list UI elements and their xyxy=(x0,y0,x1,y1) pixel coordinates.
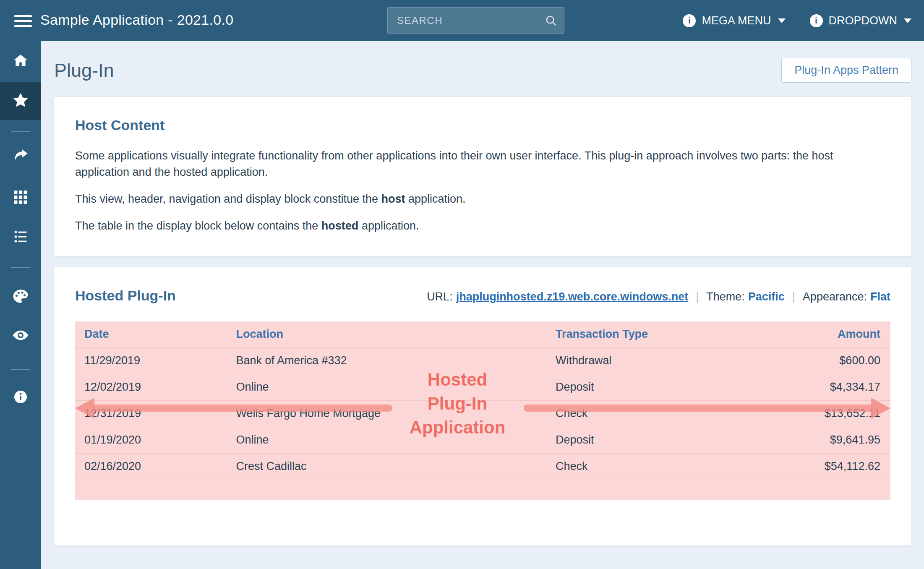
table-cell: Online xyxy=(227,381,546,394)
host-content-paragraph: This view, header, navigation and displa… xyxy=(75,191,890,207)
eye-icon xyxy=(12,326,29,346)
table-cell: $13,652.11 xyxy=(731,407,890,420)
table-cell: Deposit xyxy=(546,433,731,446)
table-cell: Online xyxy=(227,433,546,446)
table-row: 12/31/2019Wells Fargo Home MortgageCheck… xyxy=(75,401,890,427)
hosted-plugin-table: Date Location Transaction Type Amount 11… xyxy=(75,321,890,500)
sidebar-item-visibility[interactable] xyxy=(0,317,41,355)
hosted-plugin-header: Hosted Plug-In URL:jhapluginhosted.z19.w… xyxy=(75,287,890,304)
table-cell: Wells Fargo Home Mortgage xyxy=(227,407,546,420)
table-cell: Withdrawal xyxy=(546,354,731,367)
sidebar xyxy=(0,41,41,569)
sidebar-divider xyxy=(11,369,30,370)
column-header-location[interactable]: Location xyxy=(227,328,546,341)
host-content-heading: Host Content xyxy=(75,117,890,133)
top-right-menus: i MEGA MENU i DROPDOWN xyxy=(683,0,911,41)
info-icon xyxy=(13,389,28,406)
sidebar-item-theme[interactable] xyxy=(0,278,41,316)
table-cell: Check xyxy=(546,407,731,420)
host-content-paragraph: Some applications visually integrate fun… xyxy=(75,148,890,180)
table-row: 02/16/2020Crest CadillacCheck$54,112.62 xyxy=(75,454,890,480)
sidebar-item-launch[interactable] xyxy=(0,137,41,175)
table-row: 01/19/2020OnlineDeposit$9,641.95 xyxy=(75,427,890,454)
table-cell: Bank of America #332 xyxy=(227,354,546,367)
table-cell: $9,641.95 xyxy=(731,433,890,446)
table-row: 12/02/2019OnlineDeposit$4,334.17 xyxy=(75,374,890,401)
host-content-paragraph: The table in the display block below con… xyxy=(75,218,890,234)
transactions-body: 11/29/2019Bank of America #332Withdrawal… xyxy=(75,348,890,480)
meta-separator: | xyxy=(696,290,699,303)
home-icon xyxy=(12,52,29,71)
hosted-plugin-meta: URL:jhapluginhosted.z19.web.core.windows… xyxy=(427,290,890,303)
hosted-plugin-heading: Hosted Plug-In xyxy=(75,287,176,304)
table-cell: 11/29/2019 xyxy=(75,354,227,367)
hamburger-menu-icon[interactable] xyxy=(14,12,33,30)
column-header-date[interactable]: Date xyxy=(75,328,227,341)
plug-in-apps-pattern-button[interactable]: Plug-In Apps Pattern xyxy=(781,58,911,83)
table-cell: 12/31/2019 xyxy=(75,407,227,420)
table-cell: Deposit xyxy=(546,381,731,394)
chevron-down-icon xyxy=(778,18,786,23)
mega-menu-label: MEGA MENU xyxy=(702,14,771,27)
sidebar-item-info[interactable] xyxy=(0,378,41,417)
theme-label: Theme: xyxy=(706,290,745,303)
meta-separator: | xyxy=(792,290,795,303)
appearance-label: Appearance: xyxy=(803,290,867,303)
hosted-plugin-card: Hosted Plug-In URL:jhapluginhosted.z19.w… xyxy=(54,267,911,546)
chevron-down-icon xyxy=(904,18,911,23)
info-icon: i xyxy=(810,14,823,27)
table-cell: $4,334.17 xyxy=(731,381,890,394)
search-box xyxy=(387,7,564,34)
host-content-card: Host Content Some applications visually … xyxy=(54,97,911,256)
arrow-icon xyxy=(12,147,29,165)
table-cell: Crest Cadillac xyxy=(227,460,546,473)
main-content: Plug-In Plug-In Apps Pattern Host Conten… xyxy=(41,41,924,569)
sidebar-divider xyxy=(11,267,30,268)
appearance-value: Flat xyxy=(870,290,890,303)
grid-icon xyxy=(13,189,29,207)
column-header-amount[interactable]: Amount xyxy=(731,328,890,341)
top-bar: Sample Application - 2021.0.0 i MEGA MEN… xyxy=(0,0,924,41)
column-header-transaction-type[interactable]: Transaction Type xyxy=(546,328,731,341)
sidebar-item-apps[interactable] xyxy=(0,179,41,217)
hosted-url-link[interactable]: jhapluginhosted.z19.web.core.windows.net xyxy=(456,290,689,303)
url-label: URL: xyxy=(427,290,453,303)
sidebar-divider xyxy=(11,131,30,132)
search-input[interactable] xyxy=(388,15,545,26)
dropdown-menu[interactable]: i DROPDOWN xyxy=(810,14,912,27)
table-cell: Check xyxy=(546,460,731,473)
table-cell: 02/16/2020 xyxy=(75,460,227,473)
app-window: Sample Application - 2021.0.0 i MEGA MEN… xyxy=(0,0,924,569)
table-cell: 12/02/2019 xyxy=(75,381,227,394)
app-title: Sample Application - 2021.0.0 xyxy=(40,12,233,28)
palette-icon xyxy=(12,288,29,306)
mega-menu[interactable]: i MEGA MENU xyxy=(683,14,785,27)
table-cell: $600.00 xyxy=(731,354,890,367)
theme-value: Pacific xyxy=(748,290,785,303)
sidebar-item-favorites[interactable] xyxy=(0,82,41,120)
page-header: Plug-In Plug-In Apps Pattern xyxy=(54,58,911,83)
table-cell: 01/19/2020 xyxy=(75,433,227,446)
search-icon[interactable] xyxy=(545,14,557,27)
list-icon xyxy=(13,229,29,246)
info-icon: i xyxy=(683,14,696,27)
table-header-row: Date Location Transaction Type Amount xyxy=(75,321,890,348)
sidebar-item-home[interactable] xyxy=(0,41,41,82)
star-icon xyxy=(11,91,30,111)
table-cell: $54,112.62 xyxy=(731,460,890,473)
page-title: Plug-In xyxy=(54,60,114,81)
sidebar-item-list[interactable] xyxy=(0,218,41,257)
dropdown-label: DROPDOWN xyxy=(829,14,898,27)
table-row: 11/29/2019Bank of America #332Withdrawal… xyxy=(75,348,890,374)
